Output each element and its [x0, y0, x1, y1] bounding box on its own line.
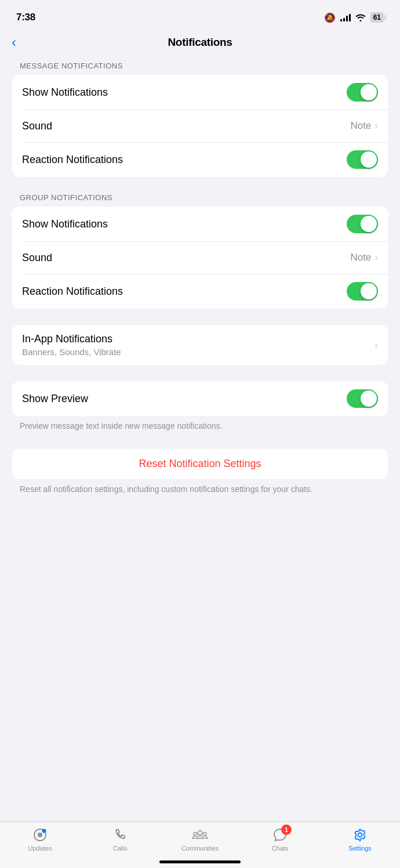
tab-settings-icon [352, 827, 368, 843]
show-preview-card: Show Preview [12, 381, 388, 416]
msg-reaction-row: Reaction Notifications [12, 142, 388, 177]
grp-show-notifications-row: Show Notifications [12, 207, 388, 241]
grp-reaction-row: Reaction Notifications [12, 274, 388, 309]
reset-hint: Reset all notification settings, includi… [12, 479, 388, 496]
grp-reaction-toggle[interactable] [347, 282, 378, 301]
show-preview-knob [361, 390, 377, 407]
inapp-row-inner: In-App Notifications Banners, Sounds, Vi… [22, 333, 378, 357]
reset-label: Reset Notification Settings [139, 458, 261, 470]
back-button[interactable]: ‹ [12, 35, 16, 49]
message-notifications-card: Show Notifications Sound Note › Reaction… [12, 75, 388, 177]
msg-show-notifications-knob [361, 84, 377, 100]
tab-chats-icon: 1 [272, 827, 288, 843]
grp-sound-right: Note › [350, 252, 378, 263]
tab-settings-label: Settings [348, 845, 372, 852]
svg-point-2 [42, 829, 46, 833]
tab-calls-label: Calls [113, 845, 127, 852]
msg-reaction-toggle[interactable] [347, 150, 378, 169]
status-icons: 🔕 61 [324, 12, 384, 23]
tab-communities[interactable]: Communities [160, 827, 240, 852]
show-preview-hint: Preview message text inside new message … [12, 416, 388, 432]
msg-show-notifications-row: Show Notifications [12, 75, 388, 110]
tab-calls[interactable]: Calls [80, 827, 160, 852]
inapp-subtitle: Banners, Sounds, Vibrate [22, 347, 121, 357]
inapp-row[interactable]: In-App Notifications Banners, Sounds, Vi… [12, 325, 388, 365]
svg-point-4 [194, 832, 197, 836]
tab-updates[interactable]: Updates [0, 827, 80, 852]
message-notifications-header: MESSAGE NOTIFICATIONS [12, 62, 388, 75]
svg-point-1 [38, 833, 42, 837]
group-notifications-section: GROUP NOTIFICATIONS Show Notifications S… [12, 193, 388, 309]
message-notifications-section: MESSAGE NOTIFICATIONS Show Notifications… [12, 62, 388, 177]
msg-reaction-label: Reaction Notifications [22, 154, 123, 166]
grp-reaction-label: Reaction Notifications [22, 285, 123, 298]
msg-show-notifications-toggle[interactable] [347, 83, 378, 102]
home-indicator [159, 860, 241, 863]
msg-reaction-knob [361, 151, 377, 168]
page-title: Notifications [168, 36, 232, 49]
battery-icon: 61 [370, 12, 384, 23]
wifi-icon [355, 13, 366, 21]
grp-sound-value: Note [350, 252, 371, 263]
tab-communities-icon [192, 827, 208, 843]
group-notifications-header: GROUP NOTIFICATIONS [12, 193, 388, 207]
grp-show-notifications-label: Show Notifications [22, 218, 108, 230]
grp-sound-chevron: › [374, 252, 378, 263]
show-preview-section: Show Preview Preview message text inside… [12, 381, 388, 432]
inapp-label: In-App Notifications [22, 333, 121, 345]
inapp-card: In-App Notifications Banners, Sounds, Vi… [12, 325, 388, 365]
status-time: 7:38 [16, 12, 35, 23]
bell-muted-icon: 🔕 [324, 12, 336, 23]
msg-sound-right: Note › [350, 120, 378, 132]
tab-updates-label: Updates [28, 845, 52, 852]
inapp-chevron: › [374, 339, 378, 351]
tab-chats-badge: 1 [281, 824, 292, 835]
tab-communities-label: Communities [181, 845, 219, 852]
grp-show-notifications-toggle[interactable] [347, 215, 378, 233]
tab-chats[interactable]: 1 Chats [240, 827, 320, 852]
grp-reaction-knob [361, 283, 377, 299]
msg-show-notifications-label: Show Notifications [22, 86, 108, 99]
signal-icon [340, 13, 351, 21]
tab-updates-icon [32, 827, 48, 843]
tab-settings[interactable]: Settings [320, 827, 400, 852]
svg-point-5 [203, 832, 207, 836]
grp-sound-row[interactable]: Sound Note › [12, 241, 388, 274]
tab-chats-label: Chats [272, 845, 289, 852]
svg-point-3 [198, 831, 202, 835]
reset-card[interactable]: Reset Notification Settings [12, 449, 388, 479]
content-area: MESSAGE NOTIFICATIONS Show Notifications… [0, 56, 400, 495]
inapp-text-group: In-App Notifications Banners, Sounds, Vi… [22, 333, 121, 357]
inapp-section: In-App Notifications Banners, Sounds, Vi… [12, 325, 388, 365]
msg-sound-chevron: › [374, 120, 378, 132]
msg-sound-label: Sound [22, 120, 52, 132]
nav-bar: ‹ Notifications [0, 31, 400, 56]
msg-sound-row[interactable]: Sound Note › [12, 110, 388, 142]
show-preview-label: Show Preview [22, 393, 88, 405]
grp-show-notifications-knob [361, 216, 377, 232]
reset-section: Reset Notification Settings Reset all no… [12, 449, 388, 496]
msg-sound-value: Note [350, 120, 371, 132]
status-bar: 7:38 🔕 61 [0, 0, 400, 31]
tab-calls-icon [112, 827, 128, 843]
svg-point-6 [358, 833, 362, 837]
grp-sound-label: Sound [22, 252, 52, 264]
group-notifications-card: Show Notifications Sound Note › Reaction… [12, 207, 388, 309]
show-preview-toggle[interactable] [347, 389, 378, 408]
